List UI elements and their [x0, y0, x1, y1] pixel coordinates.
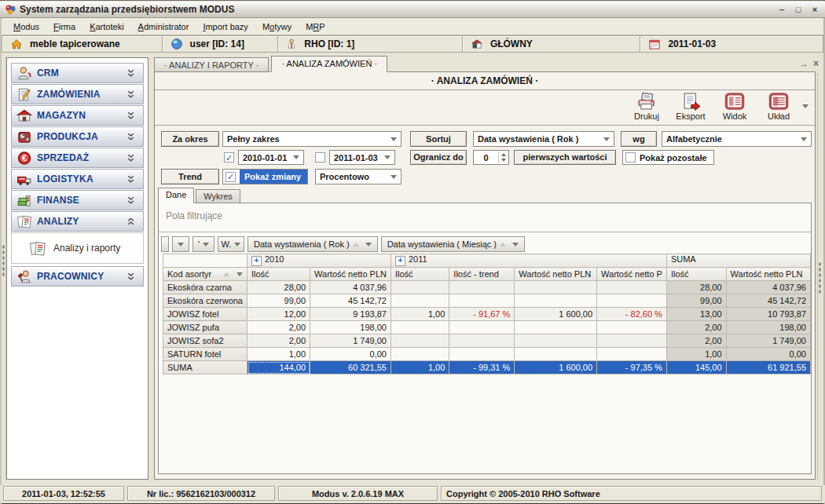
data-cell[interactable]: 60 321,55 — [310, 361, 391, 374]
sidebar-item-logistyka[interactable]: LOGISTYKA — [11, 169, 144, 189]
drukuj-button[interactable]: Drukuj — [628, 92, 666, 121]
row-header[interactable]: JOWISZ sofa2 — [163, 334, 248, 348]
data-cell[interactable]: 1,00 — [390, 308, 449, 321]
pivot-mini-button[interactable]: ' — [192, 236, 214, 252]
menu-item-administrator[interactable]: Administrator — [131, 20, 196, 33]
wg-button[interactable]: wg — [621, 131, 657, 147]
row-header[interactable]: JOWISZ pufa — [163, 321, 248, 334]
sidebar-subitem-analizy-i-raporty[interactable]: Analizy i raporty — [11, 232, 144, 264]
data-cell[interactable] — [390, 321, 449, 334]
ogranicz-do-button[interactable]: Ogranicz do — [410, 150, 467, 165]
data-cell[interactable]: 12,00 — [248, 308, 310, 321]
data-cell[interactable] — [597, 321, 667, 334]
menu-item-import-bazy[interactable]: Import bazy — [196, 20, 255, 33]
pivot-mini-button[interactable] — [172, 236, 189, 252]
trend-button[interactable]: Trend — [161, 169, 219, 184]
data-cell[interactable]: 99,00 — [248, 294, 310, 308]
data-cell[interactable] — [449, 281, 515, 294]
sidebar-item-analizy[interactable]: ANALIZY — [11, 211, 144, 232]
sidebar-item-sprzedaż[interactable]: €SPRZEDAŻ — [11, 148, 144, 168]
pivot-mini-button[interactable]: W. — [218, 236, 244, 252]
date-from-select[interactable]: 2010-01-01 — [238, 150, 304, 165]
row-header[interactable]: JOWISZ fotel — [163, 308, 248, 321]
row-header[interactable]: Ekoskóra czarna — [163, 281, 248, 294]
data-cell[interactable]: 2,00 — [248, 334, 310, 348]
data-cell[interactable]: 61 921,55 — [726, 361, 810, 374]
data-cell[interactable]: 198,00 — [310, 321, 391, 334]
data-cell[interactable]: 1 749,00 — [726, 334, 810, 348]
data-cell[interactable]: 1 600,00 — [515, 308, 597, 321]
pivot-mini-button[interactable] — [161, 236, 169, 252]
data-cell[interactable]: 0,00 — [310, 348, 391, 361]
data-cell[interactable]: 45 142,72 — [726, 294, 810, 308]
data-cell[interactable]: 1,00 — [390, 361, 449, 374]
data-cell[interactable] — [515, 321, 597, 334]
data-cell[interactable] — [449, 294, 515, 308]
data-cell[interactable]: 2,00 — [248, 321, 310, 334]
data-cell[interactable] — [515, 334, 597, 348]
menu-item-modus[interactable]: Modus — [6, 20, 46, 33]
data-cell[interactable] — [597, 281, 667, 294]
sort-mode-select[interactable]: Alfabetycznie — [662, 131, 812, 147]
data-cell[interactable]: 4 037,96 — [310, 281, 391, 294]
data-cell[interactable]: 99,00 — [666, 294, 726, 308]
data-cell[interactable] — [390, 348, 449, 361]
tab-analizy-i-raporty[interactable]: · ANALIZY I RAPORTY · — [154, 57, 269, 72]
data-cell[interactable]: 10 793,87 — [726, 308, 810, 321]
sidebar-item-zamówienia[interactable]: ZAMÓWIENIA — [11, 84, 144, 104]
row-header[interactable]: SATURN fotel — [163, 348, 248, 361]
eksport-button[interactable]: Eksport — [672, 92, 710, 121]
sidebar-item-finanse[interactable]: FINANSE — [11, 190, 144, 210]
sortuj-button[interactable]: Sortuj — [410, 131, 467, 147]
za-okres-button[interactable]: Za okres — [161, 131, 219, 147]
date-from-checkbox[interactable] — [224, 152, 234, 163]
expand-group-icon[interactable]: + — [395, 256, 405, 266]
data-cell[interactable] — [390, 334, 449, 348]
data-cell[interactable]: 4 037,96 — [726, 281, 810, 294]
data-cell[interactable]: 9 193,87 — [310, 308, 391, 321]
date-to-select[interactable]: 2011-01-03 — [329, 150, 395, 165]
row-header[interactable]: Ekoskóra czerwona — [163, 294, 248, 308]
date-to-checkbox[interactable] — [315, 152, 325, 163]
spinner-arrows[interactable] — [498, 152, 508, 163]
sidebar-item-produkcja[interactable]: PRODUKCJA — [11, 126, 144, 147]
menu-item-kartoteki[interactable]: Kartoteki — [82, 20, 130, 33]
data-cell[interactable]: 198,00 — [726, 321, 810, 334]
toolbar-overflow-arrow-icon[interactable] — [802, 104, 808, 108]
menu-item-firma[interactable]: Firma — [46, 20, 82, 33]
pivot-field-data-wystawienia-rok-[interactable]: Data wystawienia ( Rok ) — [248, 236, 378, 252]
data-cell[interactable]: - 97,35 % — [597, 361, 667, 374]
tab-analiza-zamówień[interactable]: · ANALIZA ZAMÓWIEŃ · — [271, 56, 387, 72]
data-cell[interactable]: - 91,67 % — [449, 308, 515, 321]
maximize-button[interactable]: □ — [791, 4, 805, 15]
data-cell[interactable]: 45 142,72 — [310, 294, 391, 308]
sort-field-select[interactable]: Data wystawienia ( Rok ) — [473, 131, 614, 147]
panel-close-icon[interactable]: × — [813, 58, 819, 69]
data-cell[interactable]: 13,00 — [666, 308, 726, 321]
układ-button[interactable]: Układ — [760, 92, 798, 121]
data-cell[interactable] — [449, 334, 515, 348]
data-cell[interactable]: 28,00 — [248, 281, 310, 294]
sidebar-item-crm[interactable]: CRM — [11, 63, 144, 83]
menu-item-motywy[interactable]: Motywy — [255, 20, 299, 33]
right-splitter[interactable] — [817, 73, 823, 480]
expand-group-icon[interactable]: + — [251, 256, 262, 266]
data-cell[interactable]: 28,00 — [666, 281, 726, 294]
data-cell[interactable] — [515, 281, 597, 294]
minimize-button[interactable]: – — [775, 4, 789, 15]
change-mode-select[interactable]: Procentowo — [315, 169, 402, 184]
pivot-field-data-wystawienia-miesi-c-[interactable]: Data wystawienia ( Miesiąc ) — [381, 236, 525, 252]
data-cell[interactable]: 2,00 — [666, 321, 726, 334]
close-button[interactable]: × — [808, 4, 822, 15]
data-cell[interactable] — [597, 334, 667, 348]
data-cell[interactable] — [390, 294, 449, 308]
pokaz-pozostale-checkbox[interactable] — [625, 152, 636, 163]
data-cell[interactable] — [515, 348, 597, 361]
limit-spinner[interactable]: 0 — [473, 150, 509, 165]
data-cell[interactable]: 1,00 — [666, 348, 726, 361]
data-cell[interactable] — [390, 281, 449, 294]
data-cell[interactable]: 0,00 — [726, 348, 810, 361]
data-cell[interactable] — [449, 321, 515, 334]
dropdown-arrow-icon[interactable] — [236, 272, 243, 276]
row-header[interactable]: SUMA — [163, 361, 248, 374]
